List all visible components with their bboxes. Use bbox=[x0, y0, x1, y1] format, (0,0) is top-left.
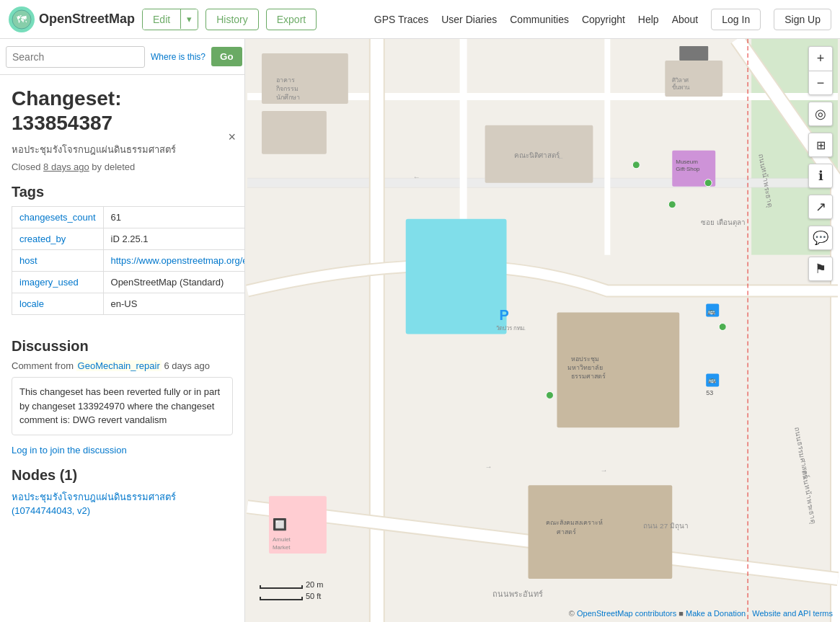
nav-about[interactable]: About bbox=[672, 14, 699, 25]
terms-link[interactable]: Website and API terms bbox=[752, 609, 833, 618]
flag-button[interactable]: ⚑ bbox=[808, 257, 833, 281]
osm-attribution-link[interactable]: OpenStreetMap contributors bbox=[577, 609, 676, 618]
tag-value-imagery-used: OpenStreetMap (Standard) bbox=[103, 272, 245, 293]
changeset-panel: Changeset: 133854387 หอประชุมรัง​โจรกบฎแ… bbox=[0, 75, 244, 338]
map-scale: 20 m 50 ft bbox=[260, 580, 323, 600]
svg-point-33 bbox=[719, 324, 726, 331]
nav-user-diaries[interactable]: User Diaries bbox=[441, 14, 497, 25]
close-button[interactable]: × bbox=[219, 124, 244, 151]
node-link[interactable]: หอประชุมรัง​โจรกบฎแผ่นดินธรรมศาสตร์ (107… bbox=[12, 492, 176, 516]
header-nav: GPS Traces User Diaries Communities Copy… bbox=[374, 9, 831, 30]
svg-text:🔲: 🔲 bbox=[273, 517, 287, 531]
svg-text:53: 53 bbox=[706, 389, 713, 396]
share-icon: ↗ bbox=[815, 199, 826, 215]
join-discussion-link[interactable]: Log in to join the discussion bbox=[12, 445, 127, 456]
logo[interactable]: 🗺 OpenStreetMap bbox=[9, 6, 135, 32]
tag-value-locale: en-US bbox=[103, 293, 245, 315]
svg-text:→: → bbox=[485, 463, 492, 471]
nav-gps-traces[interactable]: GPS Traces bbox=[374, 14, 428, 25]
svg-text:มหาวิทยาลัย: มหาวิทยาลัย bbox=[567, 364, 603, 371]
svg-text:นักศึกษา: นักศึกษา bbox=[276, 94, 300, 101]
svg-text:ศาสตร์: ศาสตร์ bbox=[557, 528, 576, 536]
layers-button[interactable]: ⊞ bbox=[808, 133, 833, 157]
svg-text:←: ← bbox=[413, 173, 420, 181]
tags-table: changesets_count 61 created_by iD 2.25.1… bbox=[12, 206, 245, 315]
tag-value-created-by: iD 2.25.1 bbox=[103, 228, 245, 250]
where-is-this-link[interactable]: Where is this? bbox=[148, 52, 208, 62]
tag-key-imagery-used[interactable]: imagery_used bbox=[12, 272, 104, 293]
svg-text:Market: Market bbox=[273, 544, 291, 551]
comment-icon: 💬 bbox=[813, 230, 828, 246]
zoom-out-button[interactable]: − bbox=[808, 71, 833, 95]
svg-rect-39 bbox=[529, 485, 673, 579]
info-button[interactable]: ℹ bbox=[808, 164, 833, 188]
share-button[interactable]: ↗ bbox=[808, 195, 833, 219]
svg-text:ขั้นพาน: ขั้นพาน bbox=[672, 83, 690, 91]
svg-rect-9 bbox=[262, 111, 327, 154]
svg-text:หอประชุม: หอประชุม bbox=[571, 355, 599, 363]
svg-text:ธรรมศาสตร์: ธรรมศาสตร์ bbox=[571, 372, 606, 380]
header: 🗺 OpenStreetMap Edit ▾ History Export GP… bbox=[0, 0, 840, 39]
changeset-title: Changeset: 133854387 bbox=[12, 86, 233, 135]
logo-icon: 🗺 bbox=[9, 6, 35, 32]
layers-icon: ⊞ bbox=[816, 138, 826, 152]
nav-communities[interactable]: Communities bbox=[510, 14, 569, 25]
svg-text:🗺: 🗺 bbox=[17, 14, 27, 25]
sidebar: Where is this? Go ⇄ × Changeset: 1338543… bbox=[0, 39, 245, 622]
map-container[interactable]: ถนนหน้าพระธาตุ ถนนหน้าพระธาตุ อาคาร กิจก… bbox=[245, 39, 840, 622]
donation-link[interactable]: Make a Donation bbox=[686, 609, 746, 618]
nav-copyright[interactable]: Copyright bbox=[582, 14, 625, 25]
changeset-id: 133854387 bbox=[12, 112, 112, 134]
nodes-section: Nodes (1) หอประชุมรัง​โจรกบฎแผ่นดินธรรมศ… bbox=[0, 467, 244, 528]
nav-help[interactable]: Help bbox=[638, 14, 659, 25]
zoom-in-button[interactable]: + bbox=[808, 46, 833, 71]
map-controls: + − ◎ ⊞ ℹ ↗ 💬 ⚑ bbox=[808, 46, 833, 281]
tag-key-locale[interactable]: locale bbox=[12, 293, 104, 315]
scale-bar: 20 m 50 ft bbox=[260, 580, 323, 600]
table-row: created_by iD 2.25.1 bbox=[12, 228, 246, 250]
edit-group: Edit ▾ bbox=[142, 9, 198, 30]
svg-rect-16 bbox=[679, 46, 708, 61]
svg-text:คณะสังคมสงเคราะห์: คณะสังคมสงเคราะห์ bbox=[546, 518, 603, 526]
svg-rect-25 bbox=[406, 219, 507, 334]
history-button[interactable]: History bbox=[205, 9, 259, 30]
svg-text:🚌: 🚌 bbox=[708, 376, 717, 384]
header-left: 🗺 OpenStreetMap Edit ▾ History Export bbox=[9, 6, 317, 32]
scale-line-20m bbox=[260, 585, 303, 589]
nodes-title: Nodes (1) bbox=[12, 467, 233, 484]
comment-button[interactable]: 💬 bbox=[808, 226, 833, 250]
tag-key-changesets-count[interactable]: changesets_count bbox=[12, 207, 104, 228]
svg-rect-8 bbox=[262, 53, 348, 104]
zoom-controls: + − bbox=[808, 46, 833, 95]
svg-text:อาคาร: อาคาร bbox=[276, 76, 295, 84]
chevron-down-icon: ▾ bbox=[187, 14, 192, 25]
edit-dropdown-button[interactable]: ▾ bbox=[180, 9, 198, 29]
svg-point-32 bbox=[546, 391, 553, 399]
search-input[interactable] bbox=[6, 46, 145, 68]
scale-label-20m: 20 m bbox=[306, 580, 323, 589]
comment-meta: Comment from GeoMechain_repair 6 days ag… bbox=[12, 360, 233, 371]
tag-key-host[interactable]: host bbox=[12, 250, 104, 272]
closed-time-link[interactable]: 8 days ago bbox=[43, 161, 89, 172]
edit-button[interactable]: Edit bbox=[143, 9, 180, 30]
svg-text:Gift·Shop: Gift·Shop bbox=[676, 166, 700, 172]
locate-button[interactable]: ◎ bbox=[808, 102, 833, 126]
tag-key-created-by[interactable]: created_by bbox=[12, 228, 104, 250]
comment-timestamp: 6 days ago bbox=[164, 360, 210, 371]
go-button[interactable]: Go bbox=[211, 47, 242, 66]
login-button[interactable]: Log In bbox=[711, 9, 761, 30]
changeset-comment-thai: หอประชุมรัง​โจรกบฎแผ่นดินธรรมศาสตร์ bbox=[12, 142, 233, 157]
svg-text:ศิวิลาศ: ศิวิลาศ bbox=[672, 77, 689, 84]
map-attribution: © OpenStreetMap contributors ■ Make a Do… bbox=[569, 609, 833, 618]
closed-by: by deleted bbox=[92, 161, 135, 172]
locate-icon: ◎ bbox=[815, 106, 826, 122]
commenter-username[interactable]: GeoMechain_repair bbox=[76, 360, 162, 371]
signup-button[interactable]: Sign Up bbox=[774, 9, 831, 30]
svg-point-23 bbox=[668, 201, 676, 208]
scale-label-50ft: 50 ft bbox=[306, 592, 321, 600]
svg-point-24 bbox=[704, 179, 712, 187]
comment-box: This changeset has been reverted fully o… bbox=[12, 377, 233, 435]
table-row: host https://www.openstreetmap.org/edit bbox=[12, 250, 246, 272]
svg-text:🚌: 🚌 bbox=[707, 307, 716, 316]
export-button[interactable]: Export bbox=[266, 9, 317, 30]
